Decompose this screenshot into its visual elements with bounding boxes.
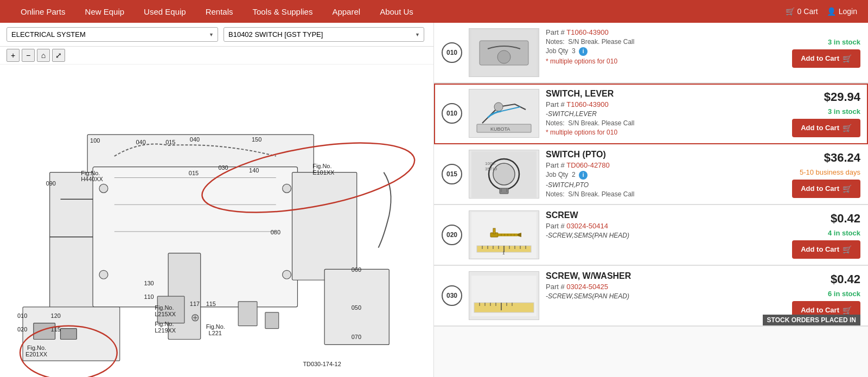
cart-icon-screw-washer: 🛒 xyxy=(843,306,852,315)
svg-text:KUBOTA: KUBOTA xyxy=(490,126,510,132)
part-img-top xyxy=(469,28,539,77)
svg-rect-4 xyxy=(292,172,357,280)
svg-text:TD030-174-12: TD030-174-12 xyxy=(303,361,341,367)
electrical-system-dropdown[interactable]: ELECTRICAL SYSTEM xyxy=(7,27,218,42)
job-qty-top: Job Qty 3 i xyxy=(546,47,767,56)
part-info-top: Part # T1060-43900 Notes: S/N Break. Ple… xyxy=(546,28,767,77)
part-thumbnail-screw: 1 xyxy=(471,212,537,258)
info-icon-top: i xyxy=(579,47,588,56)
part-notes-switch-lever: Notes: S/N Break. Please Call xyxy=(546,119,767,127)
part-price-area-switch-pto: $36.24 5-10 business days Add to Cart 🛒 xyxy=(774,150,860,199)
stock-status-switch-lever: 3 in stock xyxy=(828,107,860,116)
nav-item-used-equip[interactable]: Used Equip xyxy=(134,0,196,23)
add-to-cart-btn-top[interactable]: Add to Cart 🛒 xyxy=(792,49,860,68)
svg-text:010: 010 xyxy=(17,312,27,319)
add-to-cart-btn-switch-lever[interactable]: Add to Cart 🛒 xyxy=(792,119,860,137)
part-number-switch-lever: Part # T1060-43900 xyxy=(546,100,767,108)
part-img-screw: 1 xyxy=(469,210,539,259)
left-panel: ELECTRICAL SYSTEM B10402 SWITCH [GST TYP… xyxy=(0,23,434,377)
part-type-dropdown[interactable]: B10402 SWITCH [GST TYPE] xyxy=(224,27,424,42)
svg-rect-92 xyxy=(474,303,534,312)
svg-rect-22 xyxy=(265,312,279,329)
nav-item-online-parts[interactable]: Online Parts xyxy=(11,0,75,23)
nav-item-tools-supplies[interactable]: Tools & Supplies xyxy=(243,0,323,23)
right-panel: 010 Part # T1060-43900 Notes: S/N Break.… xyxy=(434,23,868,377)
part-price-area-screw: $0.42 4 in stock Add to Cart 🛒 xyxy=(774,210,860,259)
nav-item-apparel[interactable]: Apparel xyxy=(322,0,370,23)
electrical-system-wrapper: ELECTRICAL SYSTEM xyxy=(7,27,218,42)
svg-text:E101XX: E101XX xyxy=(312,169,335,176)
svg-point-61 xyxy=(497,50,510,63)
nav-item-rentals[interactable]: Rentals xyxy=(196,0,243,23)
part-number-switch-pto: Part # TD060-42780 xyxy=(546,161,767,169)
svg-text:Fig.No.: Fig.No. xyxy=(312,163,331,169)
svg-rect-21 xyxy=(238,302,257,326)
part-ref-020: 020 xyxy=(442,225,462,245)
info-icon-pto: i xyxy=(579,171,588,180)
part-name-switch-pto: SWITCH (PTO) xyxy=(546,150,767,159)
svg-point-14 xyxy=(99,270,108,279)
diagram-svg: 010 020 Fig.No. E201XX 100 040 015 040 1… xyxy=(0,65,433,377)
part-number-value-top: T1060-43900 xyxy=(566,28,608,36)
nav-links: Online Parts New Equip Used Equip Rental… xyxy=(11,0,423,23)
part-info-screw: SCREW Part # 03024-50414 -SCREW,SEMS(PAN… xyxy=(546,210,767,259)
part-thumbnail-switch-pto: 1000- 35719 xyxy=(471,151,537,197)
nav-item-new-equip[interactable]: New Equip xyxy=(75,0,135,23)
svg-point-15 xyxy=(283,270,291,279)
svg-text:Fig.No.: Fig.No. xyxy=(27,344,46,351)
svg-text:060: 060 xyxy=(352,266,361,273)
part-row-switch-pto: 015 1000- 35719 SWITCH (PTO) Part # T xyxy=(434,144,868,205)
login-button[interactable]: 👤 Login xyxy=(827,7,857,16)
part-notes-top: Notes: S/N Break. Please Call xyxy=(546,38,767,46)
svg-text:080: 080 xyxy=(271,229,280,235)
cart-button[interactable]: 🛒 0 Cart xyxy=(786,7,818,16)
part-ref-030: 030 xyxy=(442,285,462,306)
cart-icon-screw: 🛒 xyxy=(843,245,852,254)
zoom-home-button[interactable]: ⌂ xyxy=(37,49,50,62)
svg-rect-17 xyxy=(61,329,77,340)
add-to-cart-btn-switch-pto[interactable]: Add to Cart 🛒 xyxy=(792,180,860,198)
svg-text:1: 1 xyxy=(502,251,505,255)
svg-text:120: 120 xyxy=(51,312,61,319)
part-thumbnail-top xyxy=(471,30,537,76)
part-number-screw: Part # 03024-50414 xyxy=(546,222,767,230)
part-number-value-screw-washer: 03024-50425 xyxy=(566,283,608,291)
part-price-switch-pto: $36.24 xyxy=(824,151,860,165)
part-info-screw-washer: SCREW, W/WASHER Part # 03024-50425 -SCRE… xyxy=(546,271,767,320)
job-qty-pto: Job Qty 2 i xyxy=(546,171,767,180)
svg-text:L215XX: L215XX xyxy=(155,311,176,317)
diagram-area[interactable]: 010 020 Fig.No. E201XX 100 040 015 040 1… xyxy=(0,65,433,377)
add-to-cart-btn-screw[interactable]: Add to Cart 🛒 xyxy=(792,240,860,259)
part-number-value-screw: 03024-50414 xyxy=(566,222,608,230)
part-price-screw: $0.42 xyxy=(831,212,860,226)
nav-item-about-us[interactable]: About Us xyxy=(370,0,423,23)
part-info-switch-pto: SWITCH (PTO) Part # TD060-42780 Job Qty … xyxy=(546,150,767,199)
part-number-value-switch-pto: TD060-42780 xyxy=(566,161,610,169)
stock-status-top: 3 in stock xyxy=(828,38,860,46)
zoom-in-button[interactable]: + xyxy=(7,49,20,62)
svg-text:150: 150 xyxy=(252,136,261,143)
add-to-cart-label-switch-lever: Add to Cart xyxy=(801,124,839,132)
part-img-switch-lever: KUBOTA xyxy=(469,89,539,138)
svg-text:050: 050 xyxy=(352,304,361,311)
cart-icon-switch-pto: 🛒 xyxy=(843,184,852,193)
zoom-reset-button[interactable]: ⤢ xyxy=(52,49,65,62)
switch-type-wrapper: B10402 SWITCH [GST TYPE] xyxy=(224,27,424,42)
svg-text:35719: 35719 xyxy=(485,167,497,171)
part-img-switch-pto: 1000- 35719 xyxy=(469,150,539,199)
nav-right-area: 🛒 0 Cart 👤 Login xyxy=(786,7,857,16)
svg-text:H440XX: H440XX xyxy=(81,176,103,183)
svg-text:130: 130 xyxy=(144,280,154,286)
stock-status-screw-washer: 6 in stock xyxy=(828,290,860,298)
zoom-out-button[interactable]: − xyxy=(22,49,35,62)
cart-icon-top: 🛒 xyxy=(843,54,852,63)
svg-text:015: 015 xyxy=(189,170,199,176)
add-to-cart-label-switch-pto: Add to Cart xyxy=(801,184,839,193)
part-price-area-top: 3 in stock Add to Cart 🛒 xyxy=(774,28,860,77)
stock-status-screw: 4 in stock xyxy=(828,229,860,237)
cart-icon: 🛒 xyxy=(786,7,795,16)
svg-text:E201XX: E201XX xyxy=(25,351,48,357)
part-price-screw-washer: $0.42 xyxy=(831,272,860,286)
svg-text:1000-: 1000- xyxy=(485,161,496,166)
part-desc-screw: -SCREW,SEMS(PAN HEAD) xyxy=(546,232,767,239)
